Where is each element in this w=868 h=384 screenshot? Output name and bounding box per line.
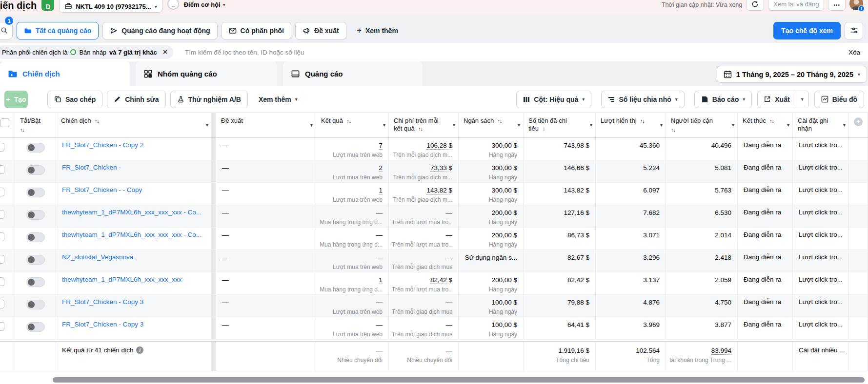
chevron-down-icon[interactable]: ▾ xyxy=(453,121,455,129)
filter-recommendations[interactable]: Đề xuất xyxy=(295,22,346,39)
tab-ads[interactable]: Quảng cáo xyxy=(283,61,423,86)
edit-button[interactable]: Chỉnh sửa xyxy=(107,91,165,108)
add-column-icon[interactable]: + xyxy=(854,117,863,126)
tab-ad-sets[interactable]: Nhóm quảng cáo xyxy=(136,61,277,86)
duplicate-button[interactable]: Sao chép xyxy=(47,91,102,108)
reports-button[interactable]: Báo cáo ▾ xyxy=(694,91,752,108)
campaign-toggle-off[interactable] xyxy=(26,300,45,309)
table-row[interactable]: FR_Slot7_Chicken - — 2 Lượt mua trên web… xyxy=(0,160,868,183)
header-suggestion[interactable]: Đề xuất ▾ xyxy=(216,113,316,137)
row-checkbox[interactable] xyxy=(0,277,4,286)
campaign-name-link[interactable]: FR_Slot7_Chicken - xyxy=(56,164,211,171)
breakdown-button[interactable]: Số liệu chia nhỏ ▾ xyxy=(601,91,684,108)
row-checkbox[interactable] xyxy=(0,210,4,219)
header-amount-spent[interactable]: Số tiền đã chi tiêu ↓ ▾ xyxy=(524,113,596,137)
chevron-down-icon[interactable]: ▾ xyxy=(590,121,592,129)
sort-icon[interactable]: ↑↓ xyxy=(95,118,99,124)
columns-button[interactable]: Cột: Hiệu quả ▾ xyxy=(516,91,591,108)
filter-had-delivery[interactable]: Có phân phối xyxy=(222,22,291,39)
sort-icon[interactable]: ↑↓ xyxy=(640,118,645,124)
row-checkbox[interactable] xyxy=(0,188,4,196)
filter-active-ads[interactable]: Quảng cáo đang hoạt động xyxy=(102,22,217,39)
search-input[interactable]: Tìm kiếm để lọc theo tên, ID hoặc số liệ… xyxy=(185,49,304,56)
campaign-toggle-off[interactable] xyxy=(26,255,45,265)
campaign-toggle-off[interactable] xyxy=(26,322,45,332)
campaign-name-link[interactable]: thewhyteam_1_dP7MXL6h_xxx_xxx_xxx - Co..… xyxy=(56,209,211,216)
row-checkbox[interactable] xyxy=(0,143,4,152)
more-options-button[interactable]: ••• xyxy=(828,0,846,11)
chevron-down-icon[interactable]: ▾ xyxy=(206,121,208,129)
review-publish-button[interactable]: Xem lại và đăng xyxy=(768,0,824,11)
opportunity-score-dropdown[interactable]: Điểm cơ hội ▾ xyxy=(184,0,225,8)
sort-icon[interactable]: ↑↓ xyxy=(769,118,774,124)
campaign-name-link[interactable]: FR_Slot7_Chicken - Copy 3 xyxy=(56,321,211,328)
header-result[interactable]: Kết quả ↑↓ ▾ xyxy=(316,113,389,137)
frozen-pane-divider[interactable] xyxy=(212,113,216,137)
campaign-toggle-off[interactable] xyxy=(26,277,45,287)
campaign-name-link[interactable]: thewhyteam_1_dP7MXL6h_xxx_xxx_xxx - Co..… xyxy=(56,231,211,238)
header-add-column[interactable]: + xyxy=(849,113,868,137)
header-budget[interactable]: Ngân sách ↑↓ ▾ xyxy=(459,113,524,137)
chevron-down-icon[interactable]: ▾ xyxy=(787,121,789,129)
table-row[interactable]: NZ_slot/stat_Vegasnova — — Lượt mua trên… xyxy=(0,250,868,272)
sort-icon[interactable]: ↑↓ xyxy=(418,126,423,132)
chevron-down-icon[interactable]: ▾ xyxy=(660,121,663,129)
export-options-button[interactable]: ▾ xyxy=(796,91,808,108)
select-all-checkbox[interactable] xyxy=(0,118,9,127)
info-icon[interactable]: i xyxy=(136,346,143,354)
table-row[interactable]: FR_Slot7_Chicken - Copy 3 — — Lượt mua t… xyxy=(0,295,868,317)
row-checkbox[interactable] xyxy=(0,165,4,174)
header-end-date[interactable]: Kết thúc ↑↓ ▾ xyxy=(738,113,793,137)
header-checkbox-cell[interactable] xyxy=(0,113,15,137)
chevron-down-icon[interactable]: ▾ xyxy=(383,121,385,129)
toolbar-see-more-button[interactable]: Xem thêm ▾ xyxy=(252,91,304,108)
campaign-toggle-off[interactable] xyxy=(26,143,45,153)
view-settings-button[interactable] xyxy=(845,22,863,39)
sort-icon[interactable]: ↑↓ xyxy=(346,118,351,124)
header-campaign[interactable]: Chiến dịch ↑↓ ▾ xyxy=(56,113,212,137)
sort-desc-icon[interactable]: ↓ xyxy=(543,125,545,132)
table-row[interactable]: thewhyteam_1_dP7MXL6h_xxx_xxx_xxx - Co..… xyxy=(0,228,868,250)
header-attribution[interactable]: Cài đặt ghi nhận ▾ xyxy=(793,113,849,137)
header-cost-per-result[interactable]: Chi phí trên mỗi kết quả ↑↓ ▾ xyxy=(389,113,459,137)
campaign-name-link[interactable]: FR_Slot7_Chicken - Copy 3 xyxy=(56,298,211,306)
tab-campaigns[interactable]: Chiến dịch xyxy=(0,61,130,86)
remove-filter-icon[interactable]: × xyxy=(163,48,167,57)
filter-all-ads[interactable]: Tất cả quảng cáo xyxy=(17,22,99,39)
account-selector[interactable]: NKTL 409 10 (97932175... ▾ xyxy=(59,0,162,13)
header-toggle[interactable]: Tắt/Bật ↑↓ xyxy=(15,113,56,137)
date-range-picker[interactable]: 1 Tháng 9, 2025 – 20 Tháng 9, 2025 ▾ xyxy=(717,66,867,83)
chevron-down-icon[interactable]: ▾ xyxy=(843,121,846,129)
horizontal-scrollbar[interactable] xyxy=(53,377,865,383)
clear-filters-link[interactable]: Xóa xyxy=(848,49,860,56)
table-row[interactable]: thewhyteam_1_dP7MXL6h_xxx_xxx_xxx — 1 Mu… xyxy=(0,272,868,295)
filters-see-more-button[interactable]: + Xem thêm xyxy=(350,22,405,39)
row-checkbox[interactable] xyxy=(0,300,4,308)
filter-chip-delivery[interactable]: Phân phối chiến dịch là Bản nháp và 7 gi… xyxy=(0,45,173,59)
campaign-toggle-off[interactable] xyxy=(26,165,45,175)
ab-test-button[interactable]: Thử nghiệm A/B xyxy=(170,91,248,108)
table-row[interactable]: FR_Slot7_Chicken - Copy 3 — — Lượt mua t… xyxy=(0,317,868,340)
chevron-down-icon[interactable]: ▾ xyxy=(732,121,734,129)
row-checkbox[interactable] xyxy=(0,232,4,241)
table-row[interactable]: FR_Slot7_Chicken - - Copy — 1 Lượt mua t… xyxy=(0,183,868,205)
campaign-name-link[interactable]: FR_Slot7_Chicken - Copy 2 xyxy=(56,141,211,149)
sort-icon[interactable]: ↑↓ xyxy=(498,118,502,124)
chevron-down-icon[interactable]: ▾ xyxy=(518,121,520,129)
user-avatar[interactable]: f xyxy=(849,0,863,10)
campaign-name-link[interactable]: NZ_slot/stat_Vegasnova xyxy=(56,253,211,261)
sort-icon[interactable]: ↑↓ xyxy=(20,126,46,134)
table-row[interactable]: thewhyteam_1_dP7MXL6h_xxx_xxx_xxx - Co..… xyxy=(0,205,868,228)
campaign-toggle-off[interactable] xyxy=(26,232,45,242)
refresh-button[interactable] xyxy=(746,0,764,11)
create-view-button[interactable]: Tạo chế độ xem xyxy=(773,22,841,39)
table-row[interactable]: FR_Slot7_Chicken - Copy 2 — 7 Lượt mua t… xyxy=(0,138,868,160)
row-checkbox[interactable] xyxy=(0,322,4,331)
chevron-down-icon[interactable]: ▾ xyxy=(310,121,313,129)
campaign-name-link[interactable]: FR_Slot7_Chicken - - Copy xyxy=(56,186,211,193)
sort-icon[interactable]: ↑↓ xyxy=(671,126,727,134)
header-reach[interactable]: Người tiếp cận ↑↓ ▾ xyxy=(666,113,738,137)
campaign-toggle-off[interactable] xyxy=(26,210,45,220)
export-button[interactable]: Xuất xyxy=(758,91,795,108)
campaign-name-link[interactable]: thewhyteam_1_dP7MXL6h_xxx_xxx_xxx xyxy=(56,276,211,283)
